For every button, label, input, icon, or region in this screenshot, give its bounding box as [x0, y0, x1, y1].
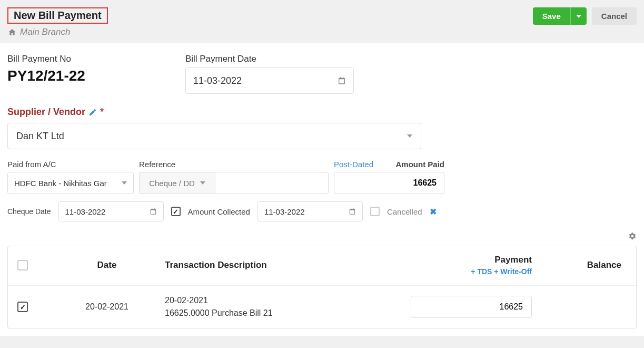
home-icon [7, 28, 17, 36]
table-header-row: Date Transaction Description Payment + T… [8, 246, 636, 286]
th-check [17, 260, 49, 270]
th-payment: Payment + TDS + Write-Off [395, 255, 532, 276]
select-all-checkbox[interactable] [17, 260, 28, 270]
clear-icon[interactable]: ✖ [430, 207, 437, 217]
transactions-table: Date Transaction Description Payment + T… [7, 246, 637, 328]
row-bill-info: Bill Payment No PY12/21-22 Bill Payment … [7, 54, 637, 94]
th-balance: Balance [532, 260, 627, 270]
td-desc-line2: 16625.0000 Purchase Bill 21 [165, 307, 395, 320]
col-amount-paid: Post-Dated Amount Paid [334, 160, 444, 194]
bill-date-label: Bill Payment Date [185, 54, 354, 64]
caret-down-icon [576, 15, 581, 18]
calendar-icon [349, 208, 356, 215]
post-dated-link[interactable]: Post-Dated [334, 160, 373, 169]
col-bill-date: Bill Payment Date 11-03-2022 [185, 54, 354, 94]
cheque-date-label: Cheque Date [7, 207, 51, 216]
supplier-select[interactable]: Dan KT Ltd [7, 123, 421, 149]
caret-down-icon [407, 134, 412, 138]
supplier-label: Supplier / Vendor [7, 107, 85, 118]
header-left: New Bill Payment Main Branch [7, 7, 108, 37]
save-button-group: Save [533, 7, 587, 25]
header-actions: Save Cancel [533, 7, 637, 25]
cheque-date-input[interactable]: 11-03-2022 [58, 201, 164, 221]
amount-paid-label: Amount Paid [396, 160, 445, 169]
collected-date-input[interactable]: 11-03-2022 [257, 201, 363, 221]
th-description: Transaction Description [165, 260, 395, 270]
bill-no-value: PY12/21-22 [7, 67, 85, 84]
td-description: 20-02-2021 16625.0000 Purchase Bill 21 [165, 294, 395, 320]
row-checkbox[interactable] [17, 302, 28, 312]
reference-type-select[interactable]: Cheque / DD [139, 172, 215, 194]
td-date: 20-02-2021 [49, 302, 165, 312]
required-indicator: * [100, 107, 104, 118]
paid-from-label: Paid from A/C [7, 160, 134, 169]
th-payment-label: Payment [395, 255, 532, 265]
cancel-button[interactable]: Cancel [592, 7, 637, 25]
title-box: New Bill Payment [7, 7, 108, 24]
caret-down-icon [122, 181, 127, 185]
paid-from-value: HDFC Bank - Nikhitas Gar [14, 179, 107, 188]
amount-collected-label: Amount Collected [188, 207, 250, 216]
paid-from-select[interactable]: HDFC Bank - Nikhitas Gar [7, 172, 134, 194]
col-bill-no: Bill Payment No PY12/21-22 [7, 54, 85, 94]
collected-date-value: 11-03-2022 [264, 207, 305, 216]
pencil-icon[interactable] [88, 108, 97, 117]
row-payment-details: Paid from A/C HDFC Bank - Nikhitas Gar R… [7, 160, 637, 194]
supplier-value: Dan KT Ltd [16, 131, 64, 142]
td-check [17, 302, 49, 312]
row-cheque-details: Cheque Date 11-03-2022 Amount Collected … [7, 201, 637, 221]
branch-line: Main Branch [7, 27, 108, 37]
branch-name: Main Branch [20, 27, 70, 37]
page-title: New Bill Payment [14, 9, 102, 21]
td-desc-line1: 20-02-2021 [165, 294, 395, 307]
th-payment-sublink[interactable]: + TDS + Write-Off [395, 267, 532, 276]
reference-label: Reference [139, 160, 329, 169]
bill-no-label: Bill Payment No [7, 54, 85, 64]
gear-icon[interactable] [628, 232, 637, 240]
cancelled-checkbox[interactable] [370, 207, 380, 216]
bill-date-value: 11-03-2022 [193, 75, 242, 86]
col-paid-from: Paid from A/C HDFC Bank - Nikhitas Gar [7, 160, 134, 194]
reference-input[interactable] [215, 172, 329, 194]
payment-input[interactable] [411, 296, 532, 318]
amount-collected-checkbox[interactable] [171, 207, 181, 216]
save-dropdown-button[interactable] [570, 7, 587, 25]
table-row: 20-02-2021 20-02-2021 16625.0000 Purchas… [8, 286, 636, 328]
calendar-icon [150, 208, 157, 215]
save-button[interactable]: Save [533, 7, 570, 25]
caret-down-icon [200, 181, 205, 185]
amount-paid-input[interactable] [334, 172, 444, 194]
page-header: New Bill Payment Main Branch Save Cancel [0, 0, 644, 43]
supplier-label-row: Supplier / Vendor * [7, 107, 637, 118]
settings-row [7, 229, 637, 246]
td-payment [395, 296, 532, 318]
reference-type-value: Cheque / DD [149, 179, 195, 188]
calendar-icon [338, 76, 346, 85]
col-reference: Reference Cheque / DD [139, 160, 329, 194]
bill-date-input[interactable]: 11-03-2022 [185, 67, 354, 94]
cheque-date-value: 11-03-2022 [65, 207, 106, 216]
content-area: Bill Payment No PY12/21-22 Bill Payment … [0, 43, 644, 336]
cancelled-label: Cancelled [387, 207, 422, 216]
th-date: Date [49, 260, 165, 270]
